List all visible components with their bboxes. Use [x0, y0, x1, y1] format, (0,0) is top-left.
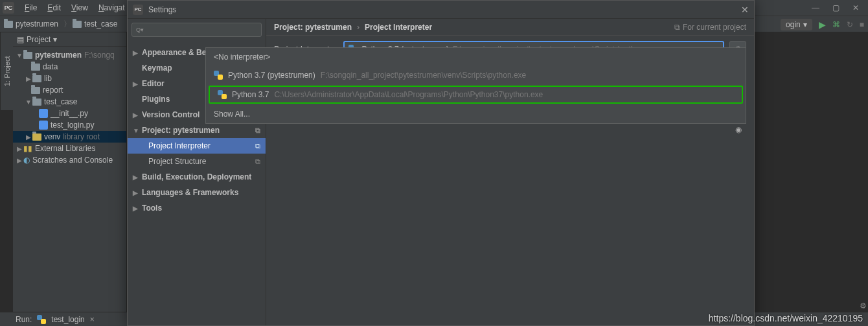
ide-settings-gear-icon[interactable]: ⚙ [860, 301, 867, 310]
search-field[interactable] [148, 25, 257, 34]
cat-build[interactable]: ▶Build, Execution, Deployment [128, 169, 266, 185]
close-icon[interactable]: ✕ [852, 3, 859, 12]
tree-file[interactable]: __init__.py [13, 108, 126, 119]
settings-dialog: PC Settings ✕ Q▾ ▶Appearance & Behavior … [127, 0, 755, 326]
chevron-right-icon: › [357, 23, 360, 32]
crumb-project[interactable]: Project: pytestrumen [274, 23, 352, 32]
tree-root[interactable]: ▼pytestrumenF:\songq [13, 49, 126, 61]
scope-icon: ⧉ [255, 142, 260, 150]
stop-icon[interactable]: ■ [860, 20, 864, 29]
project-view-icon: ▤ [17, 35, 24, 44]
folder-icon [23, 52, 32, 59]
folder-icon [31, 64, 40, 71]
menu-navigate[interactable]: Navigat [93, 3, 130, 12]
debug-icon[interactable]: ⌘ [832, 20, 840, 29]
maximize-icon[interactable]: ▢ [832, 3, 839, 12]
run-label: Run: [16, 315, 32, 324]
dialog-title: Settings [148, 5, 176, 14]
crumb-interpreter: Project Interpreter [365, 23, 432, 32]
python-file-icon [39, 121, 48, 130]
watermark-text: https://blog.csdn.net/weixin_42210195 [709, 313, 863, 323]
python-file-icon [39, 109, 48, 118]
app-logo: PC [3, 2, 14, 14]
dialog-titlebar: PC Settings ✕ [128, 1, 754, 19]
coverage-icon[interactable]: ↻ [847, 20, 853, 29]
chevron-down-icon: ▾ [53, 35, 57, 44]
cat-tools[interactable]: ▶Tools [128, 200, 266, 216]
tree-file[interactable]: test_login.py [13, 119, 126, 131]
menu-view[interactable]: View [66, 3, 93, 12]
scratch-icon: ◐ [23, 156, 30, 165]
project-tree-header[interactable]: ▤ Project ▾ [13, 32, 126, 47]
tree-folder[interactable]: ▼test_case [13, 96, 126, 108]
folder-icon [32, 75, 41, 82]
interpreter-show-all[interactable]: Show All... [206, 105, 746, 123]
tree-folder[interactable]: data [13, 61, 126, 73]
crumb-file[interactable]: test_case [73, 19, 117, 29]
run-tab[interactable]: test_login [51, 315, 84, 324]
tree-venv[interactable]: ▶venvlibrary root [13, 131, 126, 143]
interpreter-dropdown-list: <No interpreter> Python 3.7 (pytestrumen… [205, 47, 746, 124]
tree-external-libs[interactable]: ▶▮▮External Libraries [13, 143, 126, 154]
interpreter-option-none[interactable]: <No interpreter> [206, 48, 746, 66]
show-early-releases-button[interactable]: ◉ [735, 125, 742, 134]
cat-project-structure[interactable]: Project Structure⧉ [128, 154, 266, 169]
minimize-icon[interactable]: — [812, 3, 819, 12]
run-config-selector[interactable]: ogin▾ [781, 19, 812, 30]
folder-icon [4, 21, 13, 28]
venv-folder-icon [32, 134, 41, 141]
close-tab-icon[interactable]: × [90, 315, 95, 324]
scope-icon: ⧉ [674, 23, 680, 32]
cat-languages[interactable]: ▶Languages & Frameworks [128, 185, 266, 200]
window-controls: — ▢ ✕ [805, 3, 865, 12]
scope-icon: ⧉ [255, 126, 260, 135]
library-icon: ▮▮ [23, 144, 32, 153]
folder-icon [73, 21, 82, 28]
chevron-down-icon: ▾ [803, 20, 807, 29]
folder-icon [32, 99, 41, 106]
app-logo: PC [133, 5, 143, 15]
python-icon [37, 315, 46, 324]
scope-icon: ⧉ [255, 157, 260, 166]
folder-icon [31, 87, 40, 94]
search-icon: Q▾ [136, 27, 144, 33]
menu-edit[interactable]: Edit [42, 3, 66, 12]
menu-file[interactable]: File [19, 3, 42, 12]
cat-project[interactable]: ▼Project: pytestrumen⧉ [128, 122, 266, 138]
close-icon[interactable]: ✕ [741, 5, 749, 15]
crumb-project[interactable]: pytestrumen [4, 19, 58, 29]
python-icon [214, 71, 223, 80]
settings-breadcrumb: Project: pytestrumen › Project Interpret… [266, 19, 754, 36]
tree-folder[interactable]: ▶lib [13, 73, 126, 84]
chevron-right-icon: 〉 [63, 19, 71, 30]
project-tool-tab[interactable]: 1: Project [0, 32, 13, 110]
cat-project-interpreter[interactable]: Project Interpreter⧉ [128, 138, 266, 154]
tree-folder[interactable]: report [13, 84, 126, 96]
interpreter-option[interactable]: Python 3.7 (pytestrumen) F:\songqin_all_… [206, 66, 746, 84]
interpreter-option-highlighted[interactable]: Python 3.7 C:\Users\Administrator\AppDat… [209, 86, 743, 104]
tree-scratches[interactable]: ▶◐Scratches and Console [13, 154, 126, 166]
settings-search-input[interactable]: Q▾ [131, 23, 262, 37]
project-tree-panel: ▤ Project ▾ ▼pytestrumenF:\songq data ▶l… [13, 32, 127, 312]
run-icon[interactable]: ▶ [819, 19, 826, 30]
scope-hint: ⧉For current project [674, 23, 746, 32]
python-icon [218, 90, 227, 99]
